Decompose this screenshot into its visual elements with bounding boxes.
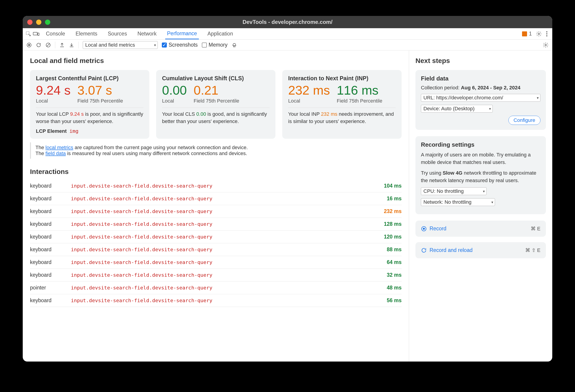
reload-icon[interactable] xyxy=(36,42,41,48)
svg-point-13 xyxy=(423,228,425,230)
interaction-duration: 120 ms xyxy=(384,234,402,240)
checkbox-checked-icon: ✓ xyxy=(162,43,167,48)
record-action-panel: Record ⌘ E xyxy=(415,220,546,237)
network-throttling-select[interactable]: Network: No throttling xyxy=(421,198,495,206)
issues-count[interactable]: 1 xyxy=(529,31,532,37)
cpu-throttling-select[interactable]: CPU: No throttling xyxy=(421,187,487,195)
tab-application[interactable]: Application xyxy=(206,28,235,39)
interaction-row[interactable]: keyboardinput.devsite-search-field.devsi… xyxy=(30,192,402,205)
interaction-row[interactable]: keyboardinput.devsite-search-field.devsi… xyxy=(30,256,402,269)
interaction-type: pointer xyxy=(30,285,71,291)
close-window-button[interactable] xyxy=(27,20,32,25)
record-label: Record xyxy=(430,225,446,232)
svg-point-4 xyxy=(538,33,540,35)
interaction-duration: 128 ms xyxy=(384,221,402,227)
inp-field-value: 116 ms xyxy=(337,84,383,97)
interaction-row[interactable]: pointerinput.devsite-search-field.devsit… xyxy=(30,281,402,294)
interaction-selector: input.devsite-search-field.devsite-searc… xyxy=(71,259,387,265)
cls-local-value: 0.00 xyxy=(162,84,187,97)
interaction-selector: input.devsite-search-field.devsite-searc… xyxy=(71,183,384,189)
upload-icon[interactable] xyxy=(59,42,65,48)
lcp-title: Largest Contentful Paint (LCP) xyxy=(36,75,144,82)
local-metrics-link[interactable]: local metrics xyxy=(46,145,73,150)
interaction-duration: 64 ms xyxy=(387,259,402,265)
devtools-window: DevTools - developer.chrome.com/ Console… xyxy=(23,16,552,362)
devtools-tabbar: ConsoleElementsSourcesNetworkPerformance… xyxy=(23,28,552,40)
record-button[interactable]: Record xyxy=(421,225,446,232)
interaction-type: keyboard xyxy=(30,297,71,304)
titlebar: DevTools - developer.chrome.com/ xyxy=(23,16,552,28)
record-reload-button[interactable]: Record and reload xyxy=(421,247,473,253)
interaction-row[interactable]: keyboardinput.devsite-search-field.devsi… xyxy=(30,218,402,231)
svg-point-7 xyxy=(546,35,548,36)
lcp-element-row[interactable]: LCP Element img xyxy=(36,128,144,134)
interaction-duration: 48 ms xyxy=(387,285,402,291)
cls-field-value: 0.21 xyxy=(194,84,239,97)
maximize-window-button[interactable] xyxy=(45,20,50,25)
field-data-panel: Field data Collection period: Aug 6, 202… xyxy=(415,70,546,130)
performance-toolbar: Local and field metrics ✓ Screenshots Me… xyxy=(23,40,552,50)
recording-settings-title: Recording settings xyxy=(421,141,540,148)
interaction-duration: 232 ms xyxy=(384,208,402,214)
interaction-duration: 88 ms xyxy=(387,246,402,253)
interaction-row[interactable]: keyboardinput.devsite-search-field.devsi… xyxy=(30,294,402,307)
svg-rect-2 xyxy=(38,33,39,35)
record-icon[interactable] xyxy=(26,42,32,48)
tab-network[interactable]: Network xyxy=(136,28,158,39)
side-panel: Next steps Field data Collection period:… xyxy=(409,50,552,362)
interaction-type: keyboard xyxy=(30,183,71,189)
clear-icon[interactable] xyxy=(46,42,51,48)
collection-period: Collection period: Aug 6, 2024 - Sep 2, … xyxy=(421,85,540,91)
traffic-lights xyxy=(27,20,50,25)
field-device-select[interactable]: Device: Auto (Desktop) xyxy=(421,105,493,113)
checkbox-unchecked-icon xyxy=(202,43,207,48)
memory-toggle[interactable]: Memory xyxy=(202,42,227,48)
reload-arrow-icon xyxy=(421,247,427,253)
interaction-selector: input.devsite-search-field.devsite-searc… xyxy=(71,221,384,227)
interaction-type: keyboard xyxy=(30,272,71,278)
interaction-type: keyboard xyxy=(30,246,71,253)
kebab-menu-icon[interactable] xyxy=(546,31,548,37)
tab-performance[interactable]: Performance xyxy=(165,28,199,39)
field-data-link[interactable]: field data xyxy=(46,150,66,156)
configure-button[interactable]: Configure xyxy=(508,116,540,125)
cls-description: Your local CLS 0.00 is good, and is sign… xyxy=(162,111,269,125)
lcp-description: Your local LCP 9.24 s is poor, and is si… xyxy=(36,111,144,125)
record-reload-shortcut: ⌘ ⇧ E xyxy=(525,247,540,253)
tab-console[interactable]: Console xyxy=(44,28,67,39)
interaction-type: keyboard xyxy=(30,208,71,214)
record-shortcut: ⌘ E xyxy=(531,226,540,232)
field-url-select[interactable]: URL: https://developer.chrome.com/ xyxy=(421,94,540,102)
tab-elements[interactable]: Elements xyxy=(74,28,99,39)
lcp-field-label: Field 75th Percentile xyxy=(77,98,123,104)
main-panel: Local and field metrics Largest Contentf… xyxy=(23,50,409,362)
tab-sources[interactable]: Sources xyxy=(106,28,129,39)
inp-description: Your local INP 232 ms needs improvement,… xyxy=(288,111,396,125)
interaction-duration: 32 ms xyxy=(387,272,402,278)
record-reload-action-panel: Record and reload ⌘ ⇧ E xyxy=(415,242,546,258)
recording-throttling-tip: Try using Slow 4G network throttling to … xyxy=(421,169,540,184)
download-icon[interactable] xyxy=(69,42,74,48)
content-area: Local and field metrics Largest Contentf… xyxy=(23,50,552,362)
metrics-mode-select[interactable]: Local and field metrics xyxy=(83,41,158,49)
inp-local-value: 232 ms xyxy=(288,84,330,97)
next-steps-heading: Next steps xyxy=(415,57,546,65)
svg-point-11 xyxy=(545,44,547,46)
screenshots-toggle[interactable]: ✓ Screenshots xyxy=(162,42,198,48)
interaction-row[interactable]: keyboardinput.devsite-search-field.devsi… xyxy=(30,269,402,281)
memory-label: Memory xyxy=(209,42,227,48)
svg-rect-3 xyxy=(523,32,526,35)
interaction-selector: input.devsite-search-field.devsite-searc… xyxy=(71,209,384,214)
panel-settings-gear-icon[interactable] xyxy=(543,42,549,48)
settings-gear-icon[interactable] xyxy=(536,31,542,37)
inspect-icon[interactable] xyxy=(25,31,31,37)
interaction-row[interactable]: keyboardinput.devsite-search-field.devsi… xyxy=(30,243,402,256)
interaction-type: keyboard xyxy=(30,221,71,227)
issues-badge-icon[interactable] xyxy=(522,31,527,36)
interaction-row[interactable]: keyboardinput.devsite-search-field.devsi… xyxy=(30,231,402,243)
minimize-window-button[interactable] xyxy=(36,20,41,25)
interaction-row[interactable]: keyboardinput.devsite-search-field.devsi… xyxy=(30,180,402,192)
interaction-row[interactable]: keyboardinput.devsite-search-field.devsi… xyxy=(30,205,402,218)
device-toggle-icon[interactable] xyxy=(33,31,40,37)
garbage-collect-icon[interactable] xyxy=(232,42,237,48)
